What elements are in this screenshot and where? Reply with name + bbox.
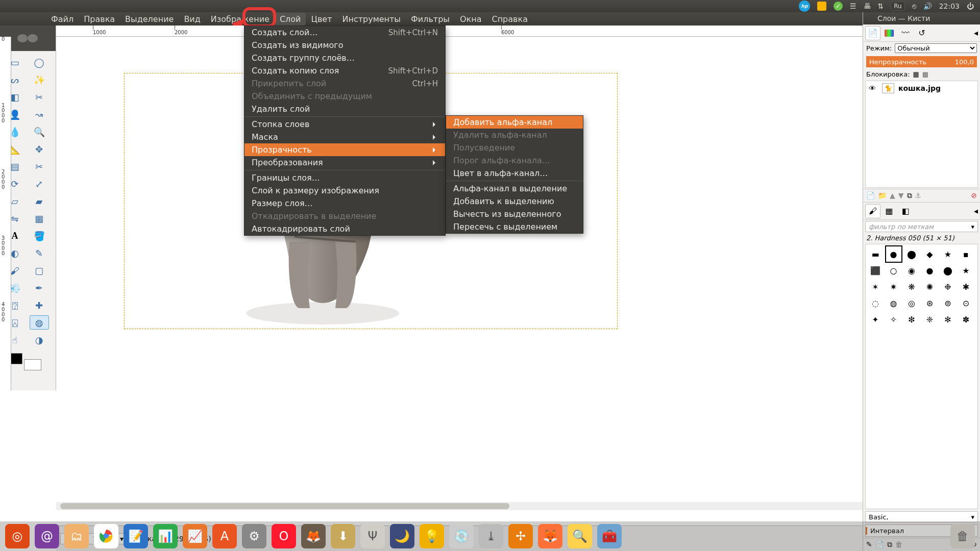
canvas-viewport[interactable] <box>56 37 863 525</box>
cage-tool[interactable]: ▦ <box>30 211 49 226</box>
tool-icon[interactable]: 🧰 <box>597 524 622 548</box>
layer-list[interactable]: 👁 🐈 кошка.jpg <box>865 81 978 188</box>
clock[interactable]: 22:03 <box>939 2 960 10</box>
menuitem-создать-из-видимого[interactable]: Создать из видимого <box>244 39 445 52</box>
session-icon[interactable]: ⏻ <box>967 2 974 10</box>
lock-pixels-icon[interactable]: ▦ <box>913 70 919 78</box>
brush-thumb[interactable]: ❋ <box>904 279 919 294</box>
brush-thumb[interactable]: ✷ <box>886 279 901 294</box>
menuitem-прозрачность[interactable]: Прозрачность <box>244 143 445 156</box>
menu-фильтры[interactable]: Фильтры <box>406 13 455 26</box>
brush-thumb[interactable]: ✺ <box>922 279 938 294</box>
submenuitem-добавить-альфа-канал[interactable]: Добавить альфа-канал <box>446 116 583 129</box>
brush-thumb[interactable]: ● <box>886 246 901 262</box>
menu-icon[interactable]: ☰ <box>850 2 856 10</box>
blend-mode-select[interactable]: Обычный <box>895 43 977 53</box>
brush-thumb[interactable]: ✶ <box>868 279 883 294</box>
zoom-tool[interactable]: 🔍 <box>30 124 49 139</box>
new-group-button[interactable]: 📁 <box>878 191 887 200</box>
bluetooth-icon[interactable]: ⎋ <box>912 2 916 10</box>
brush-thumb[interactable]: ★ <box>940 246 955 262</box>
brush-tag-filter[interactable]: фильтр по меткам▾ <box>865 221 978 232</box>
brush-thumb[interactable]: ✽ <box>959 312 974 327</box>
menu-изображение[interactable]: Изображение <box>206 13 275 26</box>
viewer-icon[interactable]: 🔍 <box>568 524 592 548</box>
brush-thumb[interactable]: ◆ <box>922 246 938 262</box>
menu-файл[interactable]: Файл <box>46 13 79 26</box>
lower-layer-button[interactable]: ▼ <box>898 191 904 200</box>
ideas-icon[interactable]: 💡 <box>420 524 444 548</box>
keyboard-layout-indicator[interactable]: Ru <box>891 2 904 11</box>
duplicate-layer-button[interactable]: ⧉ <box>907 191 912 200</box>
menu-вид[interactable]: Вид <box>179 13 205 26</box>
menu-инструменты[interactable]: Инструменты <box>337 13 406 26</box>
opera-icon[interactable]: O <box>272 524 296 548</box>
opacity-slider[interactable]: Непрозрачность100,0 <box>866 56 977 67</box>
install-icon[interactable]: ⤓ <box>479 524 503 548</box>
paths-tool[interactable]: ↝ <box>30 107 49 121</box>
submenuitem-цвет-в-альфа-канал-[interactable]: Цвет в альфа-канал… <box>446 167 583 180</box>
move-tool[interactable]: ✥ <box>30 142 49 156</box>
menu-выделение[interactable]: Выделение <box>120 13 179 26</box>
calc-icon[interactable]: 📊 <box>153 524 178 548</box>
brush-thumb[interactable]: ▪ <box>959 246 974 262</box>
brush-grid[interactable]: ▬●⬤◆★▪⬛○◉●⬤★✶✷❋✺❉✱◌◍◎⊛⊚⊙✦✧❇❈✻✽ <box>865 244 978 509</box>
paths-tab[interactable]: 〰 <box>898 26 913 40</box>
brush-thumb[interactable]: ▬ <box>868 246 883 262</box>
horizontal-scrollbar[interactable] <box>56 502 863 510</box>
brush-thumb[interactable]: ◌ <box>868 295 883 311</box>
brush-thumb[interactable]: ⊛ <box>922 295 938 311</box>
eraser-tool[interactable]: ▢ <box>30 263 49 278</box>
menuitem-размер-слоя-[interactable]: Размер слоя… <box>244 197 445 210</box>
new-layer-button[interactable]: 📄 <box>866 191 875 200</box>
lock-alpha-icon[interactable]: ▩ <box>922 70 928 78</box>
ellipse-select-tool[interactable]: ◯ <box>30 55 49 69</box>
activities-icon[interactable]: @ <box>35 524 59 548</box>
brush-thumb[interactable]: ❉ <box>940 279 955 294</box>
menuitem-автокадрировать-слой[interactable]: Автокадрировать слой <box>244 222 445 235</box>
tab-menu-icon[interactable]: ◂ <box>974 28 978 38</box>
status-ok-icon[interactable]: ✓ <box>834 2 843 11</box>
firefox-icon[interactable]: 🦊 <box>538 524 562 548</box>
brush-thumb[interactable]: ○ <box>886 263 901 278</box>
bucket-tool[interactable]: 🪣 <box>30 229 49 243</box>
perspective-tool[interactable]: ▰ <box>30 194 49 208</box>
color-swatches[interactable] <box>5 353 51 370</box>
undo-history-tab[interactable]: ↺ <box>914 26 929 40</box>
trash-icon[interactable]: 🗑 <box>950 524 975 548</box>
brush-thumb[interactable]: ✦ <box>868 312 883 327</box>
disc-icon[interactable]: 💿 <box>449 524 474 548</box>
usb-icon[interactable]: Ψ <box>360 524 385 548</box>
channels-tab[interactable] <box>881 26 897 40</box>
menu-окна[interactable]: Окна <box>455 13 487 26</box>
menu-правка[interactable]: Правка <box>79 13 120 26</box>
scale-tool[interactable]: ⤢ <box>30 177 49 191</box>
brush-tab-menu-icon[interactable]: ◂ <box>974 206 978 216</box>
brush-thumb[interactable]: ⬛ <box>868 263 883 278</box>
menuitem-преобразования[interactable]: Преобразования <box>244 156 445 169</box>
brush-thumb[interactable]: ⊚ <box>940 295 955 311</box>
brush-thumb[interactable]: ⊙ <box>959 295 974 311</box>
heal-tool[interactable]: ✚ <box>30 298 49 312</box>
brush-thumb[interactable]: ✧ <box>886 312 901 327</box>
menuitem-создать-слой-[interactable]: Создать слой…Shift+Ctrl+N <box>244 26 445 39</box>
brush-thumb[interactable]: ⬤ <box>940 263 955 278</box>
update-icon[interactable] <box>817 2 826 11</box>
impress-icon[interactable]: 📈 <box>183 524 207 548</box>
brushes-tab[interactable]: 🖌 <box>865 204 880 218</box>
brush-thumb[interactable]: ❈ <box>922 312 938 327</box>
network-icon[interactable]: ⇅ <box>878 2 884 10</box>
submenuitem-добавить-к-выделению[interactable]: Добавить к выделению <box>446 195 583 208</box>
submenuitem-альфа-канал-в-выделение[interactable]: Альфа-канал в выделение <box>446 182 583 195</box>
anchor-layer-button[interactable]: ⚓ <box>915 191 922 200</box>
gradients-tab[interactable]: ◧ <box>898 204 913 218</box>
scissors-tool[interactable]: ✂ <box>30 90 49 104</box>
visibility-eye-icon[interactable]: 👁 <box>869 84 878 92</box>
menuitem-удалить-слой[interactable]: Удалить слой <box>244 103 445 115</box>
crop-tool[interactable]: ✂ <box>30 159 49 173</box>
menuitem-стопка-слоев[interactable]: Стопка слоев <box>244 118 445 131</box>
layers-tab[interactable]: 📄 <box>865 26 880 40</box>
gimp-icon[interactable]: 🦊 <box>301 524 326 548</box>
raise-layer-button[interactable]: ▲ <box>890 191 895 200</box>
dash-icon[interactable]: ◎ <box>5 524 30 548</box>
